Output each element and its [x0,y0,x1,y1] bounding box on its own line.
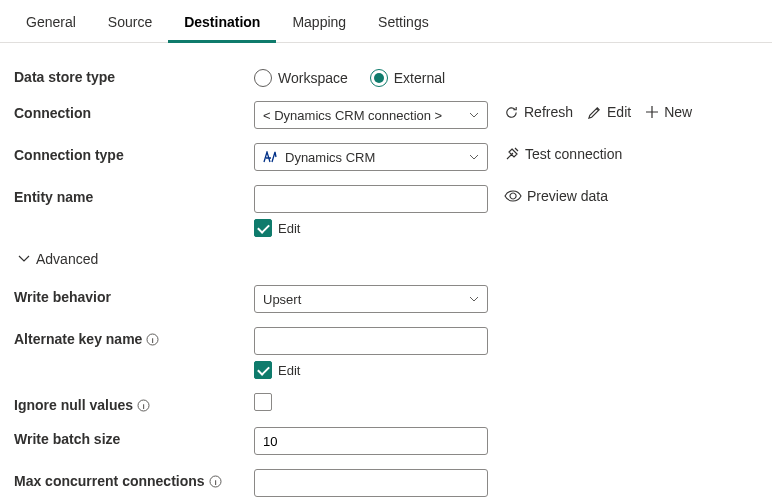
input-entity-name[interactable] [254,185,488,213]
checkbox-altkey-edit[interactable] [254,361,272,379]
pencil-icon [587,105,602,120]
input-write-batch-size[interactable] [254,427,488,455]
label-write-behavior: Write behavior [14,285,254,305]
select-connection-value: < Dynamics CRM connection > [263,108,442,123]
chevron-down-icon [469,112,479,118]
label-data-store-type: Data store type [14,65,254,85]
select-connection-type[interactable]: Dynamics CRM [254,143,488,171]
svg-text:i: i [152,335,154,344]
tab-mapping[interactable]: Mapping [276,8,362,43]
tab-general[interactable]: General [10,8,92,43]
checkbox-ignore-null[interactable] [254,393,272,411]
radio-external-label: External [394,70,445,86]
label-write-batch-size: Write batch size [14,427,254,447]
select-write-behavior-value: Upsert [263,292,301,307]
label-connection-type: Connection type [14,143,254,163]
tab-source[interactable]: Source [92,8,168,43]
test-connection-icon [504,146,520,162]
new-connection-label: New [664,104,692,120]
radio-workspace-label: Workspace [278,70,348,86]
info-icon[interactable]: i [146,333,159,346]
radio-external[interactable]: External [370,69,445,87]
info-icon[interactable]: i [137,399,150,412]
test-connection-label: Test connection [525,146,622,162]
tab-bar: General Source Destination Mapping Setti… [0,0,772,43]
preview-icon [504,190,522,202]
tab-settings[interactable]: Settings [362,8,445,43]
checkbox-altkey-edit-label: Edit [278,363,300,378]
refresh-label: Refresh [524,104,573,120]
svg-text:i: i [214,477,216,486]
tab-destination[interactable]: Destination [168,8,276,43]
select-write-behavior[interactable]: Upsert [254,285,488,313]
checkbox-entity-edit-label: Edit [278,221,300,236]
chevron-down-icon [469,296,479,302]
chevron-down-icon [18,255,30,263]
input-alternate-key-name[interactable] [254,327,488,355]
svg-text:i: i [142,401,144,410]
preview-data-button[interactable]: Preview data [504,188,608,204]
test-connection-button[interactable]: Test connection [504,146,622,162]
edit-connection-label: Edit [607,104,631,120]
label-entity-name: Entity name [14,185,254,205]
select-connection[interactable]: < Dynamics CRM connection > [254,101,488,129]
new-connection-button[interactable]: New [645,104,692,120]
preview-data-label: Preview data [527,188,608,204]
label-max-concurrent-connections: Max concurrent connections i [14,469,254,489]
advanced-label: Advanced [36,251,98,267]
dynamics-crm-icon [263,151,277,163]
info-icon[interactable]: i [209,475,222,488]
select-connection-type-value: Dynamics CRM [285,150,375,165]
chevron-down-icon [469,154,479,160]
checkbox-entity-edit[interactable] [254,219,272,237]
refresh-button[interactable]: Refresh [504,104,573,120]
advanced-toggle[interactable]: Advanced [18,251,758,267]
label-ignore-null-values: Ignore null values i [14,393,254,413]
radio-workspace[interactable]: Workspace [254,69,348,87]
label-connection: Connection [14,101,254,121]
plus-icon [645,105,659,119]
edit-connection-button[interactable]: Edit [587,104,631,120]
refresh-icon [504,105,519,120]
label-alternate-key-name: Alternate key name i [14,327,254,347]
input-max-concurrent-connections[interactable] [254,469,488,497]
